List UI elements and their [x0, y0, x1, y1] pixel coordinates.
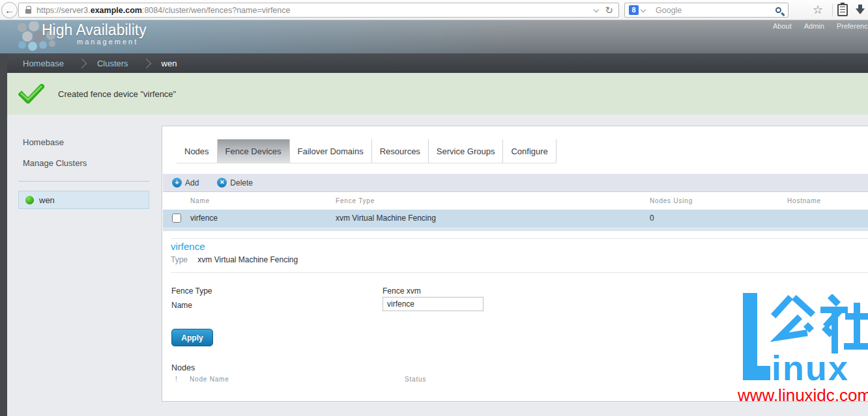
header-link-about[interactable]: About	[773, 22, 792, 30]
apply-button[interactable]: Apply	[171, 329, 213, 346]
row-select-checkbox[interactable]	[172, 214, 181, 223]
page-title: High Availability	[42, 21, 147, 39]
add-button[interactable]: + Add	[172, 178, 199, 187]
fence-type-field-value: Fence xvm	[383, 286, 421, 296]
column-header-alert: !	[175, 376, 178, 383]
lock-icon	[25, 9, 31, 14]
section-divider	[171, 272, 868, 273]
sidebar-item-cluster-wen[interactable]: wen	[18, 191, 149, 209]
header-link-admin[interactable]: Admin	[804, 22, 824, 30]
column-header-nodes-using: Nodes Using	[650, 197, 693, 204]
bookmarks-menu-icon[interactable]	[837, 4, 848, 16]
column-header-hostname: Hostname	[787, 197, 821, 204]
fence-type-line: Type xvm Virtual Machine Fencing	[171, 255, 298, 264]
downloads-icon[interactable]	[855, 5, 865, 16]
tab-configure[interactable]: Configure	[503, 139, 556, 163]
fence-toolbar: + Add ✕ Delete	[163, 174, 868, 192]
chevron-right-icon	[77, 58, 87, 68]
delete-button[interactable]: ✕ Delete	[217, 178, 253, 187]
fence-type-field-label: Fence Type	[171, 286, 212, 296]
cluster-status-icon	[25, 196, 34, 204]
success-check-icon	[18, 84, 44, 104]
add-icon: +	[172, 178, 182, 187]
sidebar-item-manage-clusters[interactable]: Manage Clusters	[23, 158, 87, 168]
type-label: Type	[171, 255, 188, 264]
cell-name[interactable]: virfence	[190, 214, 218, 223]
breadcrumb: Homebase Clusters wen	[7, 53, 868, 73]
type-value: xvm Virtual Machine Fencing	[197, 255, 298, 264]
google-logo-icon: 8	[629, 5, 639, 15]
header-links: About Admin Preferences	[773, 22, 868, 30]
table-row[interactable]	[163, 210, 868, 227]
tab-failover-domains[interactable]: Failover Domains	[290, 139, 372, 163]
toolbar-divider	[832, 4, 833, 16]
add-label: Add	[185, 178, 199, 187]
tab-resources[interactable]: Resources	[372, 139, 429, 163]
breadcrumb-current-cluster: wen	[162, 59, 177, 68]
name-field-label: Name	[171, 301, 192, 310]
delete-label: Delete	[230, 178, 253, 187]
table-row-stripe	[163, 227, 868, 231]
delete-icon: ✕	[217, 178, 227, 187]
cluster-tabs: Nodes Fence Devices Failover Domains Res…	[177, 139, 557, 163]
search-input[interactable]: 8 Google	[624, 3, 788, 18]
back-button[interactable]: ←	[1, 2, 18, 18]
breadcrumb-clusters[interactable]: Clusters	[97, 59, 128, 68]
sidebar-item-homebase[interactable]: Homebase	[23, 137, 64, 147]
tab-fence-devices[interactable]: Fence Devices	[218, 139, 290, 163]
notification-message: Created fence device "virfence"	[58, 89, 176, 99]
breadcrumb-homebase[interactable]: Homebase	[23, 59, 64, 68]
success-notification: Created fence device "virfence"	[7, 73, 868, 115]
url-dropdown-icon[interactable]	[594, 7, 599, 12]
chevron-right-icon	[141, 58, 151, 68]
cell-nodes-using: 0	[650, 214, 654, 223]
cell-fence-type: xvm Virtual Machine Fencing	[336, 214, 436, 223]
main-panel: Nodes Fence Devices Failover Domains Res…	[162, 126, 868, 402]
url-input[interactable]: https://server3.example.com:8084/cluster…	[18, 3, 619, 18]
bookmark-star-icon[interactable]: ☆	[813, 3, 823, 17]
nodes-section-title: Nodes	[171, 363, 195, 372]
fence-device-title: virfence	[171, 241, 205, 252]
page-edge	[0, 53, 7, 416]
column-header-fence-type: Fence Type	[336, 197, 375, 204]
reload-icon[interactable]: ↻	[605, 5, 613, 15]
page-subtitle: management	[77, 38, 138, 46]
column-header-node-name: Node Name	[190, 376, 229, 383]
search-engine-dropdown-icon[interactable]	[641, 7, 646, 12]
app-header: High Availability management About Admin…	[0, 20, 868, 53]
tab-nodes[interactable]: Nodes	[177, 139, 218, 163]
browser-toolbar: ← https://server3.example.com:8084/clust…	[0, 0, 868, 20]
column-header-name: Name	[190, 197, 210, 204]
url-text: https://server3.example.com:8084/cluster…	[36, 6, 592, 15]
cluster-name: wen	[39, 195, 55, 205]
search-placeholder: Google	[656, 6, 775, 15]
section-divider	[171, 238, 868, 239]
tab-service-groups[interactable]: Service Groups	[429, 139, 504, 163]
sidebar-divider	[18, 181, 149, 182]
name-field[interactable]	[383, 297, 484, 311]
column-header-status: Status	[405, 376, 426, 383]
header-link-preferences[interactable]: Preferences	[837, 22, 868, 30]
search-icon[interactable]	[775, 7, 781, 13]
